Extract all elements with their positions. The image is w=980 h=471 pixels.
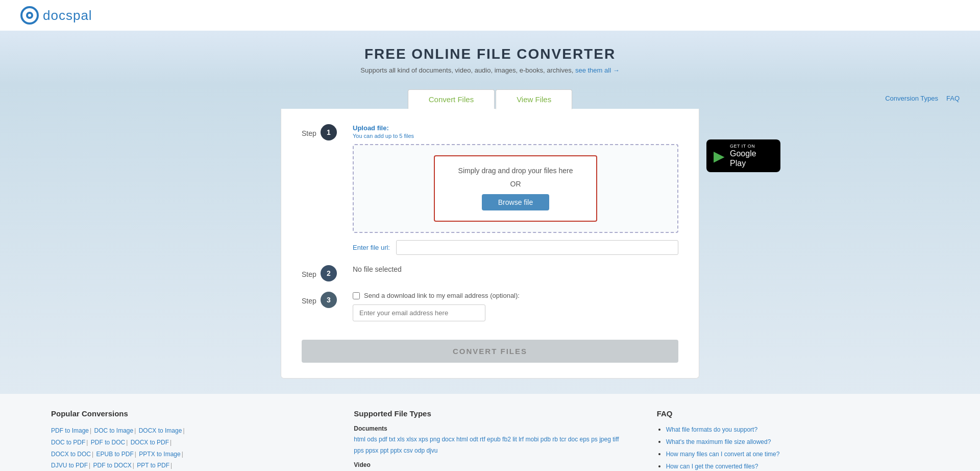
step-2-label: Step xyxy=(302,268,316,278)
tabs-wrapper: Convert Files View Files xyxy=(10,84,970,109)
drop-text: Simply drag and drop your files here xyxy=(455,167,576,175)
documents-label: Documents xyxy=(354,425,626,432)
faq-title: FAQ xyxy=(657,409,929,418)
or-text: OR xyxy=(455,180,576,188)
email-input[interactable] xyxy=(353,304,485,321)
google-play-badge[interactable]: ▶ GET IT ON Google Play xyxy=(706,139,780,172)
tab-convert-files[interactable]: Convert Files xyxy=(408,89,495,109)
step-1-label-area: Step 1 xyxy=(302,124,342,140)
url-row: Enter file url: xyxy=(353,240,678,255)
url-label: Enter file url: xyxy=(353,244,390,251)
popular-link[interactable]: DOC to Image xyxy=(94,427,134,434)
popular-link[interactable]: DOC to PDF xyxy=(51,439,85,446)
popular-links: PDF to Image| DOC to Image| DOCX to Imag… xyxy=(51,425,323,471)
email-row: Send a download link to my email address… xyxy=(353,292,678,299)
hero-section: FREE ONLINE FILE CONVERTER Supports all … xyxy=(0,31,980,84)
google-play-text: GET IT ON Google Play xyxy=(730,144,773,168)
step-1-circle: 1 xyxy=(321,124,337,140)
footer-area: Popular Conversions PDF to Image| DOC to… xyxy=(0,394,980,471)
popular-link[interactable]: PPTX to Image xyxy=(139,451,180,458)
video-label: Video xyxy=(354,461,626,468)
faq-link[interactable]: What file formats do you support? xyxy=(666,426,757,433)
faq-link[interactable]: How can I get the converted files? xyxy=(666,463,758,470)
drop-zone-inner: Simply drag and drop your files here OR … xyxy=(434,155,597,222)
logo-text: docspal xyxy=(43,8,92,23)
see-all-link[interactable]: see them all → xyxy=(575,66,620,74)
popular-link[interactable]: EPUB to PDF xyxy=(96,451,133,458)
step-2-label-area: Step 2 xyxy=(302,265,342,281)
step-3-label-area: Step 3 xyxy=(302,292,342,308)
logo: docspal xyxy=(20,6,92,25)
step-1-label: Step xyxy=(302,127,316,137)
hero-subtitle: Supports all kind of documents, video, a… xyxy=(10,66,970,74)
faq-link[interactable]: What's the maximum file size allowed? xyxy=(666,438,771,445)
upload-sub: You can add up to 5 files xyxy=(353,133,678,139)
popular-link[interactable]: DOCX to Image xyxy=(139,427,182,434)
svg-point-2 xyxy=(28,14,31,17)
popular-link[interactable]: DOCX to PDF xyxy=(131,439,169,446)
popular-conversions-col: Popular Conversions PDF to Image| DOC to… xyxy=(51,409,323,471)
convert-files-button[interactable]: CONVERT FILES xyxy=(302,340,678,363)
popular-conversions-title: Popular Conversions xyxy=(51,409,323,418)
step-2-circle: 2 xyxy=(321,265,337,281)
step-1-content: Upload file: You can add up to 5 files S… xyxy=(353,124,678,255)
faq-item: How can I get the converted files? xyxy=(666,462,929,470)
step-2-row: Step 2 No file selected xyxy=(302,265,678,281)
faq-col: FAQ What file formats do you support? Wh… xyxy=(657,409,929,471)
page-title: FREE ONLINE FILE CONVERTER xyxy=(10,46,970,62)
main-card: ▶ GET IT ON Google Play Step 1 Upload fi… xyxy=(281,109,699,379)
faq-item: What file formats do you support? xyxy=(666,425,929,433)
documents-types: html ods pdf txt xls xlsx xps png docx h… xyxy=(354,434,626,456)
tab-view-files[interactable]: View Files xyxy=(496,89,572,109)
faq-list: What file formats do you support? What's… xyxy=(657,425,929,471)
supported-types-col: Supported File Types Documents html ods … xyxy=(354,409,626,471)
faq-link[interactable]: How many files can I convert at one time… xyxy=(666,451,780,458)
conversion-types-link[interactable]: Conversion Types xyxy=(885,95,938,102)
main-area: Conversion Types FAQ Convert Files View … xyxy=(0,84,980,394)
supported-types-title: Supported File Types xyxy=(354,409,626,418)
step-2-content: No file selected xyxy=(353,265,678,273)
step-1-row: Step 1 Upload file: You can add up to 5 … xyxy=(302,124,678,255)
popular-link[interactable]: PDF to Image xyxy=(51,427,89,434)
email-option-label: Send a download link to my email address… xyxy=(364,292,520,299)
faq-item: How many files can I convert at one time… xyxy=(666,450,929,458)
supported-types-content: Documents html ods pdf txt xls xlsx xps … xyxy=(354,425,626,471)
drop-zone[interactable]: Simply drag and drop your files here OR … xyxy=(353,144,678,233)
popular-link[interactable]: PDF to DOC xyxy=(91,439,125,446)
popular-link[interactable]: DJVU to PDF xyxy=(51,462,88,469)
email-checkbox[interactable] xyxy=(353,292,360,299)
step-3-row: Step 3 Send a download link to my email … xyxy=(302,292,678,321)
upload-label: Upload file: xyxy=(353,124,678,132)
header: docspal xyxy=(0,0,980,31)
step-3-label: Step xyxy=(302,295,316,305)
popular-link[interactable]: PDF to DOCX xyxy=(93,462,131,469)
step-3-circle: 3 xyxy=(321,292,337,308)
browse-file-button[interactable]: Browse file xyxy=(482,194,549,210)
popular-link[interactable]: PPT to PDF xyxy=(137,462,169,469)
url-input[interactable] xyxy=(396,240,678,255)
faq-link[interactable]: FAQ xyxy=(946,95,960,102)
no-file-text: No file selected xyxy=(353,262,402,273)
faq-item: What's the maximum file size allowed? xyxy=(666,437,929,445)
google-play-icon: ▶ xyxy=(714,148,725,164)
step-3-content: Send a download link to my email address… xyxy=(353,292,678,321)
nav-links: Conversion Types FAQ xyxy=(885,95,960,102)
popular-link[interactable]: DOCX to DOC xyxy=(51,451,91,458)
logo-icon xyxy=(20,6,39,25)
